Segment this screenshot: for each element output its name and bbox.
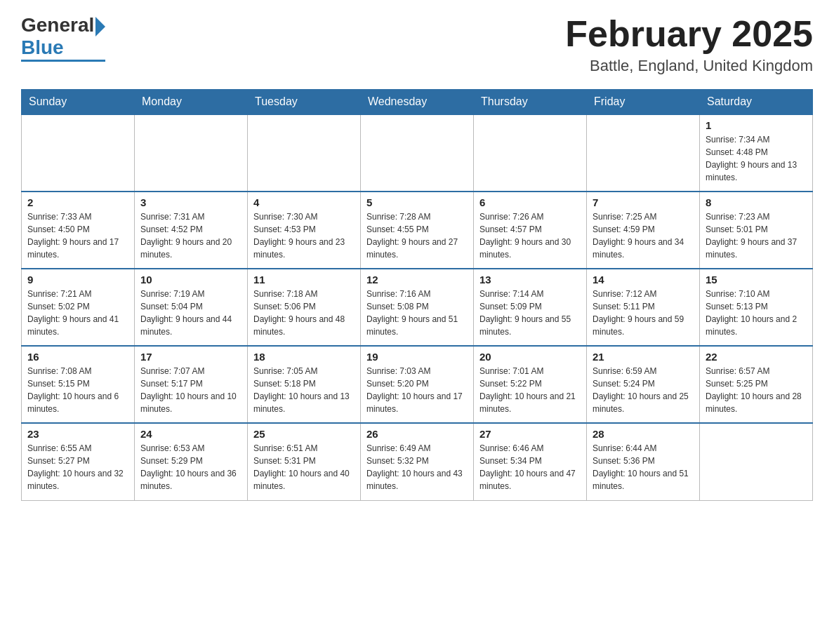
logo-arrow-icon: [95, 17, 105, 36]
logo-blue: Blue: [21, 36, 64, 59]
day-info: Sunrise: 7:18 AMSunset: 5:06 PMDaylight:…: [253, 288, 355, 338]
day-info: Sunrise: 7:19 AMSunset: 5:04 PMDaylight:…: [140, 288, 241, 338]
calendar-cell: 15Sunrise: 7:10 AMSunset: 5:13 PMDayligh…: [700, 269, 813, 346]
calendar-cell: 18Sunrise: 7:05 AMSunset: 5:18 PMDayligh…: [248, 346, 361, 423]
day-info: Sunrise: 7:30 AMSunset: 4:53 PMDaylight:…: [253, 210, 355, 261]
logo: General Blue: [21, 14, 105, 62]
calendar-cell: 4Sunrise: 7:30 AMSunset: 4:53 PMDaylight…: [248, 192, 361, 269]
calendar-cell: 7Sunrise: 7:25 AMSunset: 4:59 PMDaylight…: [587, 192, 700, 269]
calendar-cell: 6Sunrise: 7:26 AMSunset: 4:57 PMDaylight…: [474, 192, 587, 269]
calendar-cell: 19Sunrise: 7:03 AMSunset: 5:20 PMDayligh…: [361, 346, 474, 423]
calendar-cell: 17Sunrise: 7:07 AMSunset: 5:17 PMDayligh…: [135, 346, 248, 423]
day-info: Sunrise: 6:44 AMSunset: 5:36 PMDaylight:…: [593, 442, 694, 492]
month-title: February 2025: [565, 14, 813, 54]
calendar-cell: 3Sunrise: 7:31 AMSunset: 4:52 PMDaylight…: [135, 192, 248, 269]
day-number: 23: [27, 428, 128, 440]
calendar-cell: 21Sunrise: 6:59 AMSunset: 5:24 PMDayligh…: [587, 346, 700, 423]
day-info: Sunrise: 7:14 AMSunset: 5:09 PMDaylight:…: [479, 288, 581, 338]
day-info: Sunrise: 7:07 AMSunset: 5:17 PMDaylight:…: [140, 365, 241, 415]
day-number: 22: [706, 351, 807, 363]
day-info: Sunrise: 7:26 AMSunset: 4:57 PMDaylight:…: [479, 210, 581, 261]
calendar-table: SundayMondayTuesdayWednesdayThursdayFrid…: [21, 89, 813, 501]
calendar-cell: [474, 114, 587, 192]
day-number: 4: [253, 196, 355, 208]
calendar-cell: 26Sunrise: 6:49 AMSunset: 5:32 PMDayligh…: [361, 423, 474, 500]
calendar-cell: 13Sunrise: 7:14 AMSunset: 5:09 PMDayligh…: [474, 269, 587, 346]
calendar-cell: 20Sunrise: 7:01 AMSunset: 5:22 PMDayligh…: [474, 346, 587, 423]
day-info: Sunrise: 7:34 AMSunset: 4:48 PMDaylight:…: [706, 133, 807, 184]
day-info: Sunrise: 7:31 AMSunset: 4:52 PMDaylight:…: [140, 210, 241, 261]
calendar-header-row: SundayMondayTuesdayWednesdayThursdayFrid…: [22, 90, 813, 115]
calendar-cell: 8Sunrise: 7:23 AMSunset: 5:01 PMDaylight…: [700, 192, 813, 269]
day-of-week-header: Thursday: [474, 90, 587, 115]
calendar-cell: 1Sunrise: 7:34 AMSunset: 4:48 PMDaylight…: [700, 114, 813, 192]
calendar-cell: 24Sunrise: 6:53 AMSunset: 5:29 PMDayligh…: [135, 423, 248, 500]
day-info: Sunrise: 6:49 AMSunset: 5:32 PMDaylight:…: [366, 442, 468, 492]
day-number: 24: [140, 428, 241, 440]
calendar-cell: 10Sunrise: 7:19 AMSunset: 5:04 PMDayligh…: [135, 269, 248, 346]
day-number: 3: [140, 196, 241, 208]
calendar-cell: 23Sunrise: 6:55 AMSunset: 5:27 PMDayligh…: [22, 423, 135, 500]
calendar-cell: 12Sunrise: 7:16 AMSunset: 5:08 PMDayligh…: [361, 269, 474, 346]
day-info: Sunrise: 7:16 AMSunset: 5:08 PMDaylight:…: [366, 288, 468, 338]
day-info: Sunrise: 6:53 AMSunset: 5:29 PMDaylight:…: [140, 442, 241, 492]
day-number: 16: [27, 351, 128, 363]
calendar-cell: 28Sunrise: 6:44 AMSunset: 5:36 PMDayligh…: [587, 423, 700, 500]
calendar-cell: [700, 423, 813, 500]
day-of-week-header: Wednesday: [361, 90, 474, 115]
day-of-week-header: Monday: [135, 90, 248, 115]
day-number: 19: [366, 351, 468, 363]
day-number: 25: [253, 428, 355, 440]
calendar-cell: 16Sunrise: 7:08 AMSunset: 5:15 PMDayligh…: [22, 346, 135, 423]
day-number: 27: [479, 428, 581, 440]
day-number: 8: [706, 196, 807, 208]
day-of-week-header: Sunday: [22, 90, 135, 115]
calendar-cell: [248, 114, 361, 192]
day-of-week-header: Saturday: [700, 90, 813, 115]
calendar-cell: 5Sunrise: 7:28 AMSunset: 4:55 PMDaylight…: [361, 192, 474, 269]
calendar-cell: [22, 114, 135, 192]
calendar-cell: 27Sunrise: 6:46 AMSunset: 5:34 PMDayligh…: [474, 423, 587, 500]
day-number: 15: [706, 274, 807, 286]
day-number: 13: [479, 274, 581, 286]
day-info: Sunrise: 7:23 AMSunset: 5:01 PMDaylight:…: [706, 210, 807, 261]
day-of-week-header: Tuesday: [248, 90, 361, 115]
day-info: Sunrise: 7:12 AMSunset: 5:11 PMDaylight:…: [593, 288, 694, 338]
day-info: Sunrise: 7:01 AMSunset: 5:22 PMDaylight:…: [479, 365, 581, 415]
day-info: Sunrise: 6:55 AMSunset: 5:27 PMDaylight:…: [27, 442, 128, 492]
day-number: 5: [366, 196, 468, 208]
day-number: 14: [593, 274, 694, 286]
day-info: Sunrise: 6:46 AMSunset: 5:34 PMDaylight:…: [479, 442, 581, 492]
day-info: Sunrise: 7:21 AMSunset: 5:02 PMDaylight:…: [27, 288, 128, 338]
day-number: 26: [366, 428, 468, 440]
calendar-cell: 2Sunrise: 7:33 AMSunset: 4:50 PMDaylight…: [22, 192, 135, 269]
calendar-cell: [587, 114, 700, 192]
day-info: Sunrise: 6:59 AMSunset: 5:24 PMDaylight:…: [593, 365, 694, 415]
day-number: 6: [479, 196, 581, 208]
calendar-cell: 11Sunrise: 7:18 AMSunset: 5:06 PMDayligh…: [248, 269, 361, 346]
day-number: 17: [140, 351, 241, 363]
calendar-week-row: 9Sunrise: 7:21 AMSunset: 5:02 PMDaylight…: [22, 269, 813, 346]
day-number: 9: [27, 274, 128, 286]
day-info: Sunrise: 7:25 AMSunset: 4:59 PMDaylight:…: [593, 210, 694, 261]
day-info: Sunrise: 7:08 AMSunset: 5:15 PMDaylight:…: [27, 365, 128, 415]
page-header: General Blue February 2025 Battle, Engla…: [21, 14, 813, 75]
day-number: 20: [479, 351, 581, 363]
calendar-week-row: 2Sunrise: 7:33 AMSunset: 4:50 PMDaylight…: [22, 192, 813, 269]
day-number: 7: [593, 196, 694, 208]
day-number: 18: [253, 351, 355, 363]
location-subtitle: Battle, England, United Kingdom: [565, 57, 813, 75]
calendar-cell: 22Sunrise: 6:57 AMSunset: 5:25 PMDayligh…: [700, 346, 813, 423]
day-info: Sunrise: 6:51 AMSunset: 5:31 PMDaylight:…: [253, 442, 355, 492]
title-section: February 2025 Battle, England, United Ki…: [565, 14, 813, 75]
day-number: 1: [706, 119, 807, 131]
day-number: 10: [140, 274, 241, 286]
day-number: 11: [253, 274, 355, 286]
calendar-week-row: 1Sunrise: 7:34 AMSunset: 4:48 PMDaylight…: [22, 114, 813, 192]
day-info: Sunrise: 6:57 AMSunset: 5:25 PMDaylight:…: [706, 365, 807, 415]
calendar-cell: 14Sunrise: 7:12 AMSunset: 5:11 PMDayligh…: [587, 269, 700, 346]
day-info: Sunrise: 7:28 AMSunset: 4:55 PMDaylight:…: [366, 210, 468, 261]
day-number: 12: [366, 274, 468, 286]
day-number: 21: [593, 351, 694, 363]
calendar-week-row: 16Sunrise: 7:08 AMSunset: 5:15 PMDayligh…: [22, 346, 813, 423]
